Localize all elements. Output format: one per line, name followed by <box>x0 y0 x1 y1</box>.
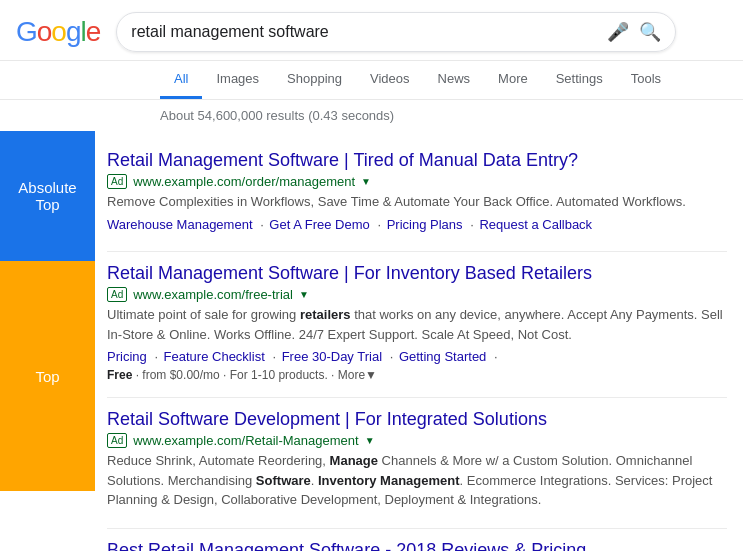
tab-more[interactable]: More <box>484 61 542 99</box>
search-bar[interactable]: 🎤 🔍 <box>116 12 676 52</box>
result-3-desc: Reduce Shrink, Automate Reordering, Mana… <box>107 451 727 510</box>
result-2-link-4[interactable]: Getting Started <box>399 349 486 364</box>
result-2-link-3[interactable]: Free 30-Day Trial <box>282 349 382 364</box>
result-2-free-note: Free · from $0.00/mo · For 1-10 products… <box>107 368 727 382</box>
result-1-desc: Remove Complexities in Workflows, Save T… <box>107 192 727 212</box>
labels-column: Absolute Top Top <box>0 131 95 491</box>
top-label: Top <box>0 261 95 491</box>
tab-images[interactable]: Images <box>202 61 273 99</box>
header: Google 🎤 🔍 <box>0 0 743 61</box>
dropdown-arrow-1[interactable]: ▼ <box>361 176 371 187</box>
result-1-link-1[interactable]: Warehouse Management <box>107 217 253 232</box>
result-2-links: Pricing · Feature Checklist · Free 30-Da… <box>107 347 727 368</box>
ad-result-3: Retail Software Development | For Integr… <box>107 398 727 528</box>
result-2-link-2[interactable]: Feature Checklist <box>164 349 265 364</box>
result-2-url: www.example.com/free-trial <box>133 287 293 302</box>
result-3-title[interactable]: Retail Software Development | For Integr… <box>107 408 727 431</box>
ad-badge-1: Ad <box>107 174 127 189</box>
result-3-url-row: Ad www.example.com/Retail-Management ▼ <box>107 433 727 448</box>
tab-settings[interactable]: Settings <box>542 61 617 99</box>
ad-badge-3: Ad <box>107 433 127 448</box>
result-1-link-3[interactable]: Pricing Plans <box>387 217 463 232</box>
result-1-links: Warehouse Management · Get A Free Demo ·… <box>107 215 727 236</box>
result-1-url-row: Ad www.example.com/order/management ▼ <box>107 174 727 189</box>
result-1-title[interactable]: Retail Management Software | Tired of Ma… <box>107 149 727 172</box>
organic-result-1: Best Retail Management Software - 2018 R… <box>107 529 727 551</box>
result-1-link-4[interactable]: Request a Callback <box>479 217 592 232</box>
tab-shopping[interactable]: Shopping <box>273 61 356 99</box>
result-1-url: www.example.com/order/management <box>133 174 355 189</box>
ad-badge-2: Ad <box>107 287 127 302</box>
tab-news[interactable]: News <box>424 61 485 99</box>
search-input[interactable] <box>131 23 607 41</box>
search-icon[interactable]: 🔍 <box>639 21 661 43</box>
result-2-title[interactable]: Retail Management Software | For Invento… <box>107 262 727 285</box>
result-count: About 54,600,000 results (0.43 seconds) <box>0 100 743 131</box>
nav-tabs: All Images Shopping Videos News More Set… <box>0 61 743 100</box>
google-logo: Google <box>16 16 100 48</box>
ad-result-2: Retail Management Software | For Invento… <box>107 252 727 397</box>
organic-title[interactable]: Best Retail Management Software - 2018 R… <box>107 539 727 551</box>
dropdown-arrow-3[interactable]: ▼ <box>365 435 375 446</box>
content-wrapper: Absolute Top Top Retail Management Softw… <box>0 131 743 551</box>
tab-videos[interactable]: Videos <box>356 61 424 99</box>
results-column: Retail Management Software | Tired of Ma… <box>95 131 743 551</box>
absolute-top-label: Absolute Top <box>0 131 95 261</box>
ad-result-1: Retail Management Software | Tired of Ma… <box>107 139 727 251</box>
result-1-link-2[interactable]: Get A Free Demo <box>269 217 369 232</box>
tab-all[interactable]: All <box>160 61 202 99</box>
tab-tools[interactable]: Tools <box>617 61 675 99</box>
result-2-link-1[interactable]: Pricing <box>107 349 147 364</box>
result-2-url-row: Ad www.example.com/free-trial ▼ <box>107 287 727 302</box>
result-2-desc: Ultimate point of sale for growing retai… <box>107 305 727 344</box>
dropdown-arrow-2[interactable]: ▼ <box>299 289 309 300</box>
microphone-icon[interactable]: 🎤 <box>607 21 629 43</box>
result-3-url: www.example.com/Retail-Management <box>133 433 358 448</box>
